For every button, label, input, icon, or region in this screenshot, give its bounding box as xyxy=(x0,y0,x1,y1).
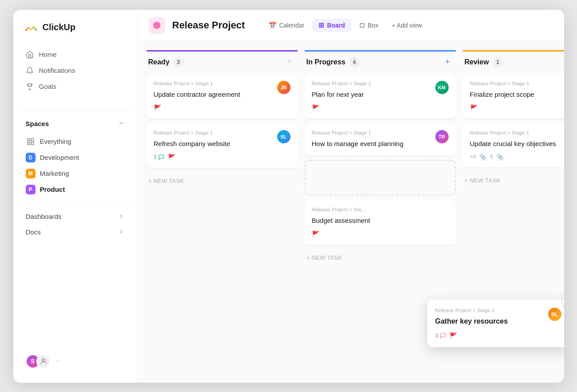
card-c4-meta: Release Project > Stage 1 xyxy=(312,130,404,135)
inprogress-new-task[interactable]: + NEW TASK xyxy=(305,250,456,265)
card-c3-title: Plan for next year xyxy=(312,90,371,99)
card-c4[interactable]: Release Project > Stage 1 How to manage … xyxy=(305,123,456,155)
user-profile[interactable]: S xyxy=(20,351,130,372)
card-c5-title: Budget assessment xyxy=(312,216,370,225)
sidebar: ClickUp Home Notifications Goals xyxy=(13,10,138,383)
card-c2-content: Release Project > Stage 1 Refresh compan… xyxy=(154,130,231,148)
card-c6[interactable]: Release Project > Stage 1 Finalize proje… xyxy=(463,74,564,119)
project-title: Release Project xyxy=(172,20,245,31)
svg-rect-1 xyxy=(28,139,30,141)
spaces-collapse-icon[interactable] xyxy=(118,119,125,128)
card-c4-content: Release Project > Stage 1 How to manage … xyxy=(312,130,404,148)
grid-icon xyxy=(26,137,36,147)
card-c2-comments: 3 xyxy=(154,154,165,160)
card-c4-title: How to manage event planning xyxy=(312,139,404,148)
user-avatar-person xyxy=(36,354,51,368)
floating-comment-icon xyxy=(440,333,446,339)
card-c5-header: Release Project > Sta... Budget assessme… xyxy=(312,207,449,225)
card-c3-meta: Release Project > Stage 1 xyxy=(312,81,371,86)
card-c2-title: Refresh company website xyxy=(154,139,231,148)
card-c7[interactable]: Release Project > Stage 1 Update crucial… xyxy=(463,123,564,167)
docs-label: Docs xyxy=(26,228,41,236)
nav-notifications[interactable]: Notifications xyxy=(20,63,130,78)
svg-rect-3 xyxy=(28,142,30,144)
app-container: ClickUp Home Notifications Goals xyxy=(13,10,564,383)
tab-board[interactable]: ⊞ Board xyxy=(312,19,351,32)
review-new-task[interactable]: + NEW TASK xyxy=(463,173,564,188)
card-c1-header: Release Project > Stage 1 Update contrac… xyxy=(154,81,290,99)
home-icon xyxy=(26,51,34,59)
card-c6-footer: 🚩 xyxy=(470,104,564,111)
card-c2-meta: Release Project > Stage 1 xyxy=(154,130,231,135)
add-view-button[interactable]: + Add view xyxy=(386,19,427,32)
clickup-logo xyxy=(24,20,38,35)
card-c3-content: Release Project > Stage 1 Plan for next … xyxy=(312,81,371,99)
bell-icon xyxy=(26,67,34,75)
column-inprogress-count: 4 xyxy=(349,57,360,67)
view-tabs: 📅 Calendar ⊞ Board ⊡ Box + Add view xyxy=(263,19,427,32)
tab-box[interactable]: ⊡ Box xyxy=(353,19,385,32)
card-c5-footer: 🚩 xyxy=(312,230,449,238)
column-review-title: Review xyxy=(465,58,489,66)
card-c7-title: Update crucial key objectives xyxy=(470,139,556,148)
card-c3[interactable]: Release Project > Stage 1 Plan for next … xyxy=(305,74,456,119)
floating-card-flag: 🚩 xyxy=(450,332,457,339)
box-icon: ⊡ xyxy=(359,21,365,29)
dashboards-chevron-icon xyxy=(118,213,125,220)
comment-count: 3 xyxy=(154,154,157,160)
card-c6-title: Finalize project scope xyxy=(470,90,534,99)
project-icon-bg xyxy=(148,17,165,34)
tab-board-label: Board xyxy=(327,22,345,29)
column-review-header: Review 1 + xyxy=(463,50,564,74)
space-everything[interactable]: Everything xyxy=(20,134,130,150)
tab-box-label: Box xyxy=(368,22,378,29)
floating-card-avatar: BL xyxy=(548,308,561,321)
card-c3-flag: 🚩 xyxy=(312,104,319,111)
nav-notifications-label: Notifications xyxy=(39,67,76,74)
comment-icon xyxy=(158,154,164,160)
column-ready-count: 3 xyxy=(173,57,184,67)
board-icon: ⊞ xyxy=(318,21,324,29)
column-ready-add[interactable]: + xyxy=(283,56,296,68)
ready-cards-list: Release Project > Stage 1 Update contrac… xyxy=(147,74,298,173)
move-handle[interactable]: ✛ xyxy=(563,293,564,306)
sidebar-divider-1 xyxy=(20,110,130,111)
svg-rect-2 xyxy=(31,139,33,141)
floating-card[interactable]: ✛ Release Project > Stage 1 Gather key r… xyxy=(427,300,564,347)
floating-card-title: Gather key resources xyxy=(435,317,508,326)
dashboards-section[interactable]: Dashboards xyxy=(20,209,130,224)
docs-section[interactable]: Docs xyxy=(20,224,130,240)
board-wrapper: Ready 3 + Release Project > Stage 1 Upda… xyxy=(138,41,564,383)
card-c7-content: Release Project > Stage 1 Update crucial… xyxy=(470,130,556,148)
tab-calendar[interactable]: 📅 Calendar xyxy=(263,19,310,32)
card-c2[interactable]: Release Project > Stage 1 Refresh compan… xyxy=(147,123,298,168)
tab-calendar-label: Calendar xyxy=(279,22,304,29)
column-inprogress-add[interactable]: + xyxy=(442,56,454,68)
space-marketing[interactable]: M Marketing xyxy=(20,166,130,182)
floating-card-content: Release Project > Stage 1 Gather key res… xyxy=(435,308,508,326)
space-product-label: Product xyxy=(40,186,65,193)
svg-point-5 xyxy=(42,359,45,361)
ready-new-task[interactable]: + NEW TASK xyxy=(147,173,298,189)
card-c6-meta: Release Project > Stage 1 xyxy=(470,81,534,86)
app-name: ClickUp xyxy=(43,22,76,32)
card-c5[interactable]: Release Project > Sta... Budget assessme… xyxy=(305,200,456,245)
nav-goals-label: Goals xyxy=(39,83,56,90)
paperclip-icon-2: 📎 xyxy=(497,154,504,160)
floating-card-header: Release Project > Stage 1 Gather key res… xyxy=(435,308,561,326)
nav-goals[interactable]: Goals xyxy=(20,79,130,94)
card-c1-meta: Release Project > Stage 1 xyxy=(154,81,240,86)
card-c1[interactable]: Release Project > Stage 1 Update contrac… xyxy=(147,74,298,119)
card-c5-meta: Release Project > Sta... xyxy=(312,207,370,212)
card-c6-content: Release Project > Stage 1 Finalize proje… xyxy=(470,81,534,99)
column-ready-title: Ready xyxy=(148,58,170,66)
sidebar-divider-2 xyxy=(20,203,130,203)
space-product-avatar: P xyxy=(26,185,36,194)
card-c1-title: Update contractor agreement xyxy=(154,90,240,99)
card-c5-content: Release Project > Sta... Budget assessme… xyxy=(312,207,370,225)
nav-home[interactable]: Home xyxy=(20,47,130,62)
nav-home-label: Home xyxy=(39,51,57,58)
top-bar: Release Project 📅 Calendar ⊞ Board ⊡ Box… xyxy=(138,10,564,41)
space-development[interactable]: D Development xyxy=(20,150,130,166)
space-product[interactable]: P Product xyxy=(20,182,130,198)
